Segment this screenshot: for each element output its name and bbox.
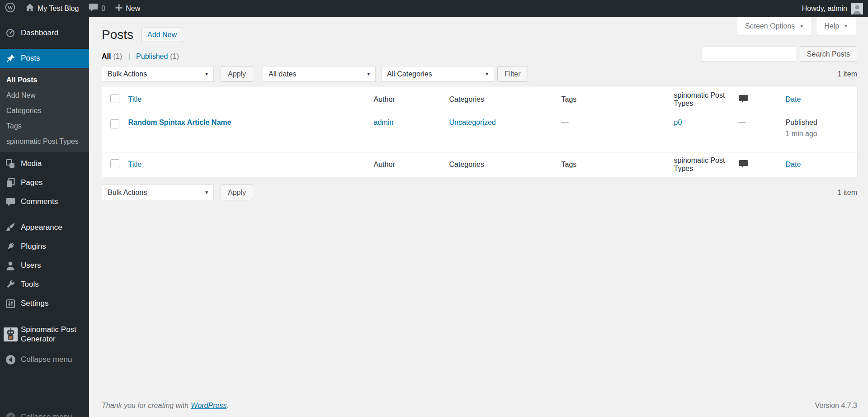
submenu-add-new[interactable]: Add New <box>0 88 89 103</box>
sidebar-item-comments[interactable]: Comments <box>0 192 89 211</box>
date-cell: Published 1 min ago <box>786 112 858 152</box>
select-all-checkbox[interactable] <box>110 94 119 103</box>
admin-bar: W My Test Blog 0 New Howdy, admin <box>0 0 868 17</box>
plugin-icon <box>0 242 21 251</box>
search-posts-button[interactable]: Search Posts <box>800 46 857 62</box>
add-new-button[interactable]: Add New <box>141 28 183 42</box>
submenu-categories[interactable]: Categories <box>0 103 89 118</box>
sidebar-item-settings[interactable]: Settings <box>0 294 89 313</box>
sidebar-label-spinomatic-1: Spinomatic Post <box>21 325 76 334</box>
table-header-row: Title Author Categories Tags spinomatic … <box>102 87 858 112</box>
comments-bubble-icon <box>89 3 98 14</box>
item-count: 1 item <box>837 70 857 78</box>
content-area: Screen Options ▼ Help ▼ Search Posts Pos… <box>89 17 868 417</box>
footer-thanks: Thank you for creating withWordPress. <box>102 402 229 410</box>
wordpress-logo-menu[interactable]: W <box>0 0 20 17</box>
wrench-icon <box>0 280 21 289</box>
column-date[interactable]: Date <box>786 95 801 103</box>
item-count-bottom: 1 item <box>837 189 857 197</box>
sidebar-item-posts[interactable]: Posts <box>0 49 89 68</box>
tags-cell: — <box>561 112 674 152</box>
column-title-bottom[interactable]: Title <box>128 161 142 168</box>
sidebar-item-media[interactable]: Media <box>0 154 89 173</box>
submenu-spinomatic-post-types[interactable]: spinomatic Post Types <box>0 134 89 149</box>
pushpin-icon <box>0 54 21 63</box>
pages-icon <box>0 178 21 188</box>
chevron-down-icon: ▼ <box>844 24 848 28</box>
user-icon <box>0 261 21 270</box>
wordpress-link[interactable]: WordPress <box>191 402 226 409</box>
select-arrow-icon: ▼ <box>204 71 209 76</box>
collapse-menu-label: Collapse menu <box>21 355 72 364</box>
sidebar-label-dashboard: Dashboard <box>21 28 58 38</box>
site-name-menu[interactable]: My Test Blog <box>20 0 84 17</box>
site-name: My Test Blog <box>38 5 79 13</box>
select-arrow-icon: ▼ <box>485 71 489 76</box>
collapse-menu-button[interactable]: Collapse menu <box>0 352 89 367</box>
bulk-actions-select[interactable]: Bulk Actions ▼ <box>102 66 214 82</box>
search-box: Search Posts <box>702 46 857 62</box>
post-status: Published <box>786 118 853 127</box>
howdy-text: Howdy, admin <box>802 5 847 13</box>
column-comments <box>739 87 786 112</box>
sidebar-label-users: Users <box>21 261 41 270</box>
dashboard-icon <box>0 28 21 38</box>
posts-table: Title Author Categories Tags spinomatic … <box>102 87 858 177</box>
plus-icon <box>115 4 123 13</box>
column-tags: Tags <box>561 87 674 112</box>
settings-icon <box>0 299 21 308</box>
sidebar-label-tools: Tools <box>21 280 39 289</box>
sidebar-item-appearance[interactable]: Appearance <box>0 218 89 237</box>
wordpress-logo-icon: W <box>5 2 15 14</box>
sidebar-item-spinomatic-post-generator[interactable]: Spinomatic Post Generator <box>0 319 89 349</box>
column-author: Author <box>374 87 449 112</box>
apply-button-bottom[interactable]: Apply <box>221 185 253 200</box>
row-checkbox[interactable] <box>110 119 119 128</box>
categories-filter-select[interactable]: All Categories ▼ <box>381 66 494 82</box>
bulk-actions-select-bottom[interactable]: Bulk Actions ▼ <box>102 185 214 200</box>
sidebar-label-posts: Posts <box>21 54 40 63</box>
view-published-link[interactable]: Published(1) <box>136 52 179 60</box>
column-title[interactable]: Title <box>128 95 142 103</box>
author-link[interactable]: admin <box>374 118 394 126</box>
sidebar-item-pages[interactable]: Pages <box>0 173 89 192</box>
collapse-menu-button-cutoff[interactable]: Collapse menu <box>0 409 89 417</box>
sidebar-item-dashboard[interactable]: Dashboard <box>0 24 89 43</box>
sidebar-label-media: Media <box>21 159 42 168</box>
view-all-link[interactable]: All(1) <box>102 52 122 60</box>
user-avatar <box>851 3 863 14</box>
table-footer-row: Title Author Categories Tags spinomatic … <box>102 152 858 177</box>
new-label: New <box>126 5 140 13</box>
select-all-checkbox-bottom[interactable] <box>110 159 119 168</box>
comment-bubble-icon <box>739 95 748 103</box>
version-text: Version 4.7.3 <box>815 402 857 410</box>
sidebar-item-users[interactable]: Users <box>0 256 89 275</box>
sidebar-item-tools[interactable]: Tools <box>0 275 89 294</box>
post-row: Random Spintax Article Name admin Uncate… <box>102 112 858 152</box>
help-tab[interactable]: Help ▼ <box>816 17 856 36</box>
new-content-menu[interactable]: New <box>110 0 145 17</box>
dates-filter-select[interactable]: All dates ▼ <box>263 66 376 82</box>
filter-button[interactable]: Filter <box>497 66 528 82</box>
submenu-tags[interactable]: Tags <box>0 118 89 134</box>
comments-menu[interactable]: 0 <box>84 0 110 17</box>
post-title-link[interactable]: Random Spintax Article Name <box>128 118 231 126</box>
screen-meta-links: Screen Options ▼ Help ▼ <box>737 17 856 36</box>
screen-options-tab[interactable]: Screen Options ▼ <box>737 17 812 36</box>
comment-icon <box>0 198 21 206</box>
collapse-menu-label: Collapse menu <box>21 412 72 417</box>
account-menu[interactable]: Howdy, admin <box>802 3 868 14</box>
comments-count: 0 <box>101 5 105 13</box>
chevron-down-icon: ▼ <box>799 24 804 28</box>
search-input[interactable] <box>702 47 796 62</box>
category-link[interactable]: Uncategorized <box>449 118 496 126</box>
sidebar-item-plugins[interactable]: Plugins <box>0 237 89 256</box>
admin-menu: Dashboard Posts All Posts Add New Catego… <box>0 17 89 417</box>
spinomatic-term-link[interactable]: p0 <box>674 118 682 126</box>
column-categories: Categories <box>449 87 561 112</box>
apply-button[interactable]: Apply <box>221 66 253 82</box>
submenu-all-posts[interactable]: All Posts <box>0 72 89 88</box>
posts-submenu: All Posts Add New Categories Tags spinom… <box>0 68 89 152</box>
column-date-bottom[interactable]: Date <box>786 161 801 168</box>
comments-cell: — <box>739 112 786 152</box>
